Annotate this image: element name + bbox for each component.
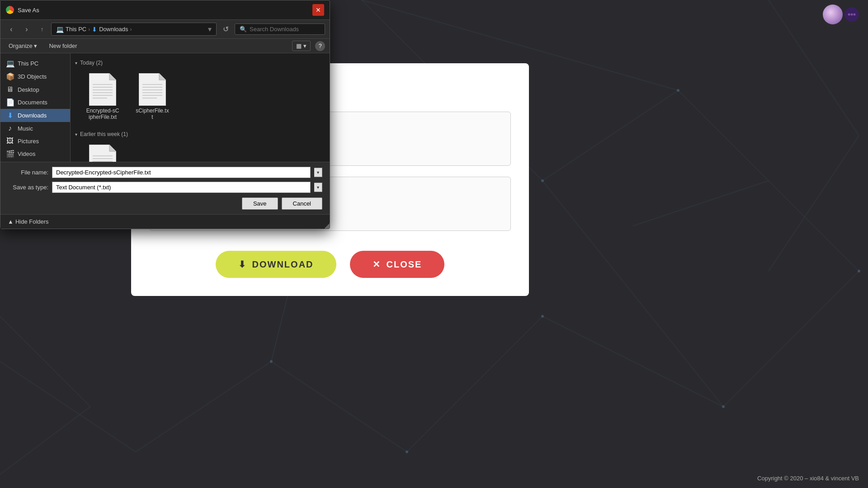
earlier-files-grid <box>75 141 325 162</box>
list-item[interactable] <box>82 141 123 162</box>
chrome-icon <box>6 6 14 14</box>
dialog-close-button[interactable]: ✕ <box>312 4 324 16</box>
svg-marker-38 <box>109 73 116 80</box>
sidebar-item-music[interactable]: ♪ Music <box>0 122 70 135</box>
sidebar-label-pictures: Pictures <box>18 138 39 145</box>
today-section-label: Today (2) <box>80 60 103 66</box>
music-icon: ♪ <box>6 124 14 132</box>
sidebar-label-videos: Videos <box>18 150 36 157</box>
svg-point-25 <box>541 179 544 182</box>
organize-button[interactable]: Organize ▾ <box>5 41 41 51</box>
sidebar-item-windows-c[interactable]: 💾 Windows (C:) <box>0 160 70 162</box>
dialog-action-toolbar: Organize ▾ New folder ▦ ▾ ? <box>0 39 330 53</box>
dialog-bottom-bar: ▲ Hide Folders <box>0 214 330 229</box>
svg-point-33 <box>541 315 544 318</box>
close-button[interactable]: ✕ CLOSE <box>350 251 445 278</box>
dialog-title-left: Save As <box>6 6 39 14</box>
sidebar-item-videos[interactable]: 🎬 Videos <box>0 147 70 160</box>
file-name-encrypted: Encrypted-sCipherFile.txt <box>86 108 119 120</box>
svg-point-27 <box>722 405 725 408</box>
list-item[interactable]: sCipherFile.txt <box>132 70 173 124</box>
breadcrumb-expand-icon: ▾ <box>208 25 212 33</box>
dialog-content: 💻 This PC 📦 3D Objects 🖥 Desktop 📄 Docum… <box>0 53 330 162</box>
dialog-form: File name: ▾ Save as type: Text Document… <box>0 162 330 214</box>
dialog-files-area[interactable]: ▾ Today (2) <box>71 53 330 162</box>
sidebar-item-documents[interactable]: 📄 Documents <box>0 96 70 109</box>
svg-marker-54 <box>109 145 116 151</box>
earlier-section-header: ▾ Earlier this week (1) <box>75 131 325 137</box>
sidebar-item-downloads[interactable]: ⬇ Downloads <box>0 109 70 122</box>
search-input[interactable] <box>250 26 320 33</box>
file-icon-earlier <box>89 145 116 162</box>
avatar-dots <box>844 7 859 22</box>
save-type-select[interactable]: Text Document (*.txt) <box>52 182 311 193</box>
svg-point-35 <box>851 14 853 16</box>
download-button[interactable]: ⬇ DOWNLOAD <box>216 251 336 278</box>
breadcrumb-sep2: › <box>130 26 132 33</box>
top-right-avatar <box>823 5 859 24</box>
desktop-icon: 🖥 <box>6 85 14 94</box>
refresh-button[interactable]: ↺ <box>219 23 232 36</box>
svg-point-30 <box>270 360 273 363</box>
savetype-row: Save as type: Text Document (*.txt) ▾ <box>8 182 322 193</box>
view-button[interactable]: ▦ ▾ <box>292 41 311 51</box>
filename-dropdown-button[interactable]: ▾ <box>314 168 322 177</box>
downloads-icon: ⬇ <box>6 111 14 120</box>
cancel-button[interactable]: Cancel <box>282 197 322 210</box>
this-pc-icon: 💻 <box>56 26 64 33</box>
save-type-label: Save as type: <box>8 184 48 191</box>
sidebar-item-this-pc[interactable]: 💻 This PC <box>0 57 70 70</box>
hide-folders-arrow-icon: ▲ <box>8 218 14 225</box>
sidebar-item-3d-objects[interactable]: 📦 3D Objects <box>0 70 70 83</box>
resize-handle[interactable] <box>324 223 330 229</box>
sidebar-item-pictures[interactable]: 🖼 Pictures <box>0 135 70 147</box>
sidebar-label-downloads: Downloads <box>18 112 47 119</box>
file-name-input[interactable] <box>52 167 311 178</box>
save-button[interactable]: Save <box>242 197 278 210</box>
sidebar-label-this-pc: This PC <box>18 60 38 67</box>
hide-folders-button[interactable]: ▲ Hide Folders <box>8 218 49 225</box>
this-pc-sidebar-icon: 💻 <box>6 59 14 68</box>
savetype-dropdown-button[interactable]: ▾ <box>314 183 322 192</box>
sidebar-item-desktop[interactable]: 🖥 Desktop <box>0 83 70 96</box>
today-files-grid: Encrypted-sCipherFile.txt <box>75 70 325 124</box>
forward-button[interactable]: › <box>20 23 33 36</box>
file-icon-scipher <box>139 73 166 106</box>
today-chevron-icon: ▾ <box>75 61 77 66</box>
3d-objects-icon: 📦 <box>6 72 14 81</box>
sidebar-label-music: Music <box>18 125 33 132</box>
avatar-circle <box>823 5 843 24</box>
new-folder-button[interactable]: New folder <box>45 41 80 51</box>
save-as-dialog: Save As ✕ ‹ › ↑ 💻 This PC › ⬇ Downloads … <box>0 0 330 229</box>
view-arrow-icon: ▾ <box>303 42 307 49</box>
view-grid-icon: ▦ <box>296 42 302 49</box>
modal-buttons: ⬇ DOWNLOAD ✕ CLOSE <box>149 251 511 278</box>
breadcrumb-bar[interactable]: 💻 This PC › ⬇ Downloads › ▾ <box>51 23 217 36</box>
videos-icon: 🎬 <box>6 150 14 158</box>
search-icon: 🔍 <box>240 26 247 33</box>
dialog-titlebar: Save As ✕ <box>0 0 330 20</box>
sidebar-label-documents: Documents <box>18 99 47 106</box>
back-button[interactable]: ‹ <box>5 23 18 36</box>
breadcrumb-downloads: Downloads <box>99 26 128 33</box>
downloads-breadcrumb-icon: ⬇ <box>92 26 97 33</box>
breadcrumb-this-pc: This PC <box>66 26 86 33</box>
sidebar-label-desktop: Desktop <box>18 86 39 93</box>
dialog-sidebar: 💻 This PC 📦 3D Objects 🖥 Desktop 📄 Docum… <box>0 53 71 162</box>
form-buttons: Save Cancel <box>8 197 322 210</box>
pictures-icon: 🖼 <box>6 137 14 145</box>
organize-arrow-icon: ▾ <box>34 42 37 49</box>
download-icon: ⬇ <box>238 259 247 270</box>
svg-point-36 <box>854 14 856 16</box>
filename-row: File name: ▾ <box>8 167 322 178</box>
sidebar-label-3d-objects: 3D Objects <box>18 73 47 80</box>
file-name-scipher: sCipherFile.txt <box>136 108 169 120</box>
up-button[interactable]: ↑ <box>36 23 48 36</box>
earlier-chevron-icon: ▾ <box>75 132 77 137</box>
file-name-label: File name: <box>8 169 48 176</box>
list-item[interactable]: Encrypted-sCipherFile.txt <box>82 70 123 124</box>
today-section-header: ▾ Today (2) <box>75 60 325 66</box>
file-icon-encrypted <box>89 73 116 106</box>
help-button[interactable]: ? <box>315 41 325 51</box>
documents-icon: 📄 <box>6 98 14 107</box>
